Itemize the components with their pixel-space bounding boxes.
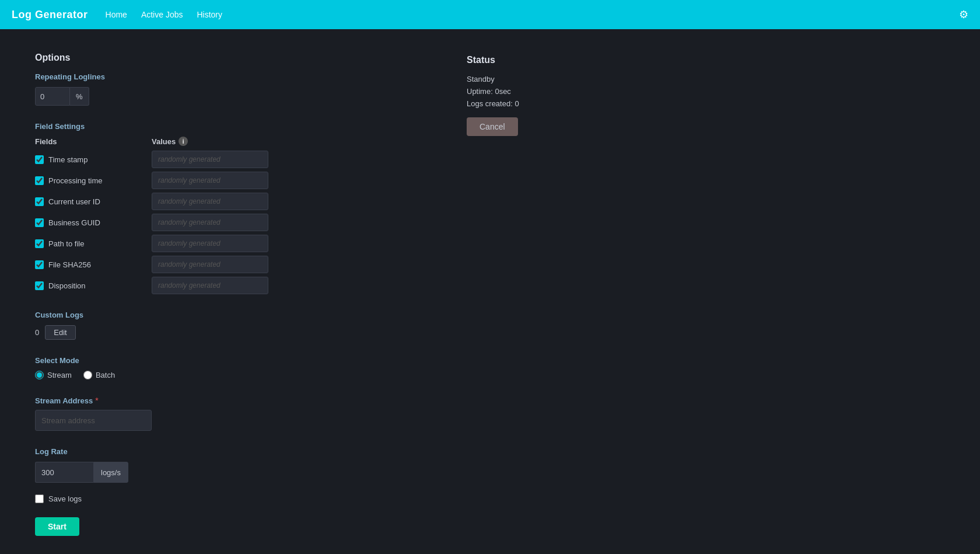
log-rate-label: Log Rate xyxy=(35,447,443,456)
repeating-loglines-section: Repeating Loglines % xyxy=(35,72,443,106)
custom-logs-count: 0 xyxy=(35,328,39,337)
stream-radio[interactable] xyxy=(35,371,44,379)
field-value-input-5[interactable] xyxy=(152,256,268,273)
status-uptime: Uptime: 0sec xyxy=(467,87,642,96)
field-name-3: Business GUID xyxy=(48,218,100,227)
field-value-input-0[interactable] xyxy=(152,151,268,168)
options-panel: Options Repeating Loglines % Field Setti… xyxy=(35,53,443,536)
field-value-input-6[interactable] xyxy=(152,277,268,294)
field-headers: Fields Values i xyxy=(35,137,443,146)
field-row: Path to file xyxy=(35,235,443,252)
repeating-loglines-input[interactable] xyxy=(35,87,70,106)
field-checkbox-4[interactable] xyxy=(35,239,44,248)
nav-history[interactable]: History xyxy=(197,10,222,19)
field-name-0: Time stamp xyxy=(48,155,88,164)
stream-address-label: Stream Address xyxy=(35,396,93,405)
cancel-button[interactable]: Cancel xyxy=(467,117,518,136)
save-logs-label[interactable]: Save logs xyxy=(35,494,443,503)
nav-links: Home Active Jobs History xyxy=(106,10,223,19)
field-checkbox-1[interactable] xyxy=(35,176,44,185)
percent-input-wrap: % xyxy=(35,87,443,106)
field-row: Business GUID xyxy=(35,214,443,231)
field-row: Time stamp xyxy=(35,151,443,168)
custom-logs-label: Custom Logs xyxy=(35,311,443,319)
field-rows-container: Time stampProcessing timeCurrent user ID… xyxy=(35,151,443,294)
edit-custom-logs-button[interactable]: Edit xyxy=(45,325,75,340)
select-mode-section: Select Mode Stream Batch xyxy=(35,356,443,379)
repeating-loglines-label: Repeating Loglines xyxy=(35,72,443,81)
field-row: File SHA256 xyxy=(35,256,443,273)
custom-logs-row: 0 Edit xyxy=(35,325,443,340)
field-value-input-1[interactable] xyxy=(152,172,268,189)
stream-address-input[interactable] xyxy=(35,410,152,431)
field-label-1[interactable]: Processing time xyxy=(35,176,152,185)
main-content: Options Repeating Loglines % Field Setti… xyxy=(0,29,980,554)
options-title: Options xyxy=(35,53,443,63)
status-standby: Standby xyxy=(467,75,642,83)
status-panel: Status Standby Uptime: 0sec Logs created… xyxy=(467,53,642,536)
save-logs-text: Save logs xyxy=(48,494,82,503)
field-name-2: Current user ID xyxy=(48,197,100,206)
field-checkbox-3[interactable] xyxy=(35,218,44,227)
field-name-1: Processing time xyxy=(48,176,102,185)
status-logs-created: Logs created: 0 xyxy=(467,99,642,108)
field-value-input-2[interactable] xyxy=(152,193,268,210)
required-star: * xyxy=(95,396,98,405)
field-name-5: File SHA256 xyxy=(48,260,91,269)
stream-radio-text: Stream xyxy=(47,371,72,379)
custom-logs-section: Custom Logs 0 Edit xyxy=(35,311,443,340)
navbar: Log Generator Home Active Jobs History ⚙ xyxy=(0,0,980,29)
field-checkbox-6[interactable] xyxy=(35,281,44,290)
select-mode-label: Select Mode xyxy=(35,356,443,365)
nav-active-jobs[interactable]: Active Jobs xyxy=(141,10,183,19)
save-logs-checkbox[interactable] xyxy=(35,494,44,503)
navbar-left: Log Generator Home Active Jobs History xyxy=(12,9,222,21)
batch-radio[interactable] xyxy=(83,371,92,379)
field-row: Disposition xyxy=(35,277,443,294)
log-rate-unit: logs/s xyxy=(93,462,128,483)
log-rate-section: Log Rate logs/s xyxy=(35,447,443,483)
nav-home[interactable]: Home xyxy=(106,10,127,19)
stream-radio-label[interactable]: Stream xyxy=(35,371,72,379)
settings-icon[interactable]: ⚙ xyxy=(959,8,968,21)
field-settings-label: Field Settings xyxy=(35,122,443,131)
field-checkbox-0[interactable] xyxy=(35,155,44,164)
field-checkbox-5[interactable] xyxy=(35,260,44,269)
field-name-4: Path to file xyxy=(48,239,84,248)
field-label-4[interactable]: Path to file xyxy=(35,239,152,248)
field-label-6[interactable]: Disposition xyxy=(35,281,152,290)
percent-label: % xyxy=(70,87,89,106)
field-label-5[interactable]: File SHA256 xyxy=(35,260,152,269)
values-info-icon[interactable]: i xyxy=(178,137,188,146)
batch-radio-text: Batch xyxy=(96,371,115,379)
field-label-3[interactable]: Business GUID xyxy=(35,218,152,227)
status-title: Status xyxy=(467,55,642,65)
field-label-0[interactable]: Time stamp xyxy=(35,155,152,164)
field-name-6: Disposition xyxy=(48,281,86,290)
field-label-2[interactable]: Current user ID xyxy=(35,197,152,206)
values-column-header: Values i xyxy=(152,137,188,146)
log-rate-input[interactable] xyxy=(35,462,93,483)
field-value-input-3[interactable] xyxy=(152,214,268,231)
field-settings-section: Field Settings Fields Values i Time stam… xyxy=(35,122,443,294)
fields-column-header: Fields xyxy=(35,137,152,146)
stream-address-section: Stream Address * xyxy=(35,396,443,431)
save-logs-section: Save logs xyxy=(35,494,443,503)
batch-radio-label[interactable]: Batch xyxy=(83,371,115,379)
start-button[interactable]: Start xyxy=(35,517,79,536)
select-mode-radio-group: Stream Batch xyxy=(35,371,443,379)
log-rate-row: logs/s xyxy=(35,462,443,483)
field-row: Current user ID xyxy=(35,193,443,210)
field-row: Processing time xyxy=(35,172,443,189)
nav-brand: Log Generator xyxy=(12,9,88,21)
field-value-input-4[interactable] xyxy=(152,235,268,252)
field-checkbox-2[interactable] xyxy=(35,197,44,206)
stream-address-label-wrap: Stream Address * xyxy=(35,396,443,405)
